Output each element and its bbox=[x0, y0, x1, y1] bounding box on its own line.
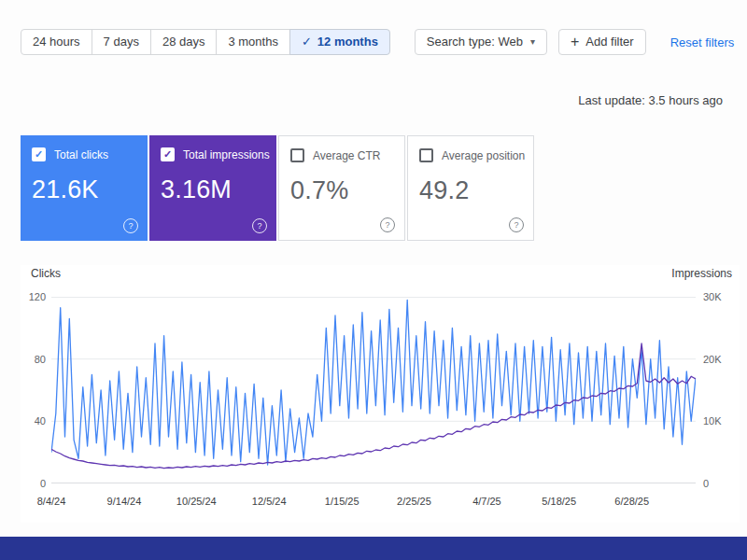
left-axis-ticks: 120 80 40 0 bbox=[21, 297, 46, 483]
date-range-selector: 24 hours 7 days 28 days 3 months ✓12 mon… bbox=[21, 29, 390, 55]
last-update-text: Last update: 3.5 hours ago bbox=[578, 93, 723, 107]
footer-bar bbox=[0, 537, 747, 560]
add-filter-button[interactable]: + Add filter bbox=[558, 29, 646, 55]
x-axis-label: 1/15/25 bbox=[325, 496, 359, 507]
check-icon: ✓ bbox=[302, 35, 312, 49]
axis-tick-label: 0 bbox=[703, 478, 709, 489]
date-range-12-months-selected[interactable]: ✓12 months bbox=[289, 29, 390, 55]
total-impressions-value: 3.16M bbox=[161, 175, 265, 204]
help-icon[interactable]: ? bbox=[252, 218, 267, 233]
average-position-value: 49.2 bbox=[419, 176, 522, 205]
axis-tick-label: 30K bbox=[703, 291, 722, 302]
x-axis-labels: 8/4/249/14/2410/25/2412/5/241/15/252/25/… bbox=[51, 496, 696, 511]
checkbox-unchecked-icon[interactable] bbox=[290, 148, 304, 162]
search-type-dropdown[interactable]: Search type: Web ▾ bbox=[415, 29, 547, 55]
date-range-28-days[interactable]: 28 days bbox=[150, 29, 218, 55]
x-axis-label: 9/14/24 bbox=[107, 496, 142, 507]
clicks-series-line bbox=[51, 300, 696, 465]
x-axis-label: 5/18/25 bbox=[542, 496, 576, 507]
total-impressions-label: Total impressions bbox=[183, 148, 270, 161]
total-impressions-card[interactable]: ✓ Total impressions 3.16M ? bbox=[149, 135, 276, 241]
checkbox-checked-icon[interactable]: ✓ bbox=[32, 147, 46, 161]
chart-plot-area[interactable] bbox=[51, 297, 696, 483]
checkbox-unchecked-icon[interactable] bbox=[419, 148, 433, 162]
average-ctr-label: Average CTR bbox=[313, 149, 380, 162]
total-clicks-card[interactable]: ✓ Total clicks 21.6K ? bbox=[21, 135, 148, 241]
filter-bar: 24 hours 7 days 28 days 3 months ✓12 mon… bbox=[21, 29, 734, 55]
x-axis-label: 6/28/25 bbox=[614, 496, 649, 507]
chevron-down-icon: ▾ bbox=[530, 30, 535, 54]
chart-canvas bbox=[51, 297, 696, 483]
average-ctr-card[interactable]: Average CTR 0.7% ? bbox=[278, 135, 405, 241]
checkbox-checked-icon[interactable]: ✓ bbox=[161, 147, 175, 161]
add-filter-label: Add filter bbox=[585, 30, 633, 54]
average-position-label: Average position bbox=[442, 149, 525, 162]
axis-tick-label: 120 bbox=[29, 291, 46, 302]
search-console-performance-page: 24 hours 7 days 28 days 3 months ✓12 mon… bbox=[0, 0, 747, 560]
axis-tick-label: 20K bbox=[703, 354, 722, 365]
date-range-3-months[interactable]: 3 months bbox=[216, 29, 289, 55]
left-axis-title: Clicks bbox=[31, 267, 61, 280]
axis-tick-label: 40 bbox=[35, 415, 46, 427]
axis-tick-label: 10K bbox=[703, 415, 722, 427]
help-icon[interactable]: ? bbox=[509, 217, 524, 232]
x-axis-label: 4/7/25 bbox=[472, 496, 501, 507]
x-axis-label: 2/25/25 bbox=[397, 496, 431, 507]
search-type-label: Search type: Web bbox=[427, 30, 523, 54]
metric-cards: ✓ Total clicks 21.6K ? ✓ Total impressio… bbox=[21, 135, 534, 241]
performance-chart: Clicks Impressions 120 80 40 0 30K 20K 1… bbox=[21, 265, 740, 523]
date-range-12-months-label: 12 months bbox=[317, 35, 378, 49]
date-range-7-days[interactable]: 7 days bbox=[92, 29, 151, 55]
average-ctr-value: 0.7% bbox=[290, 176, 393, 205]
axis-tick-label: 0 bbox=[40, 478, 46, 489]
reset-filters-link[interactable]: Reset filters bbox=[670, 35, 735, 49]
right-axis-title: Impressions bbox=[671, 267, 732, 280]
right-axis-ticks: 30K 20K 10K 0 bbox=[703, 297, 739, 483]
help-icon[interactable]: ? bbox=[380, 217, 395, 232]
total-clicks-value: 21.6K bbox=[32, 175, 136, 204]
average-position-card[interactable]: Average position 49.2 ? bbox=[407, 135, 534, 241]
date-range-24-hours[interactable]: 24 hours bbox=[21, 29, 92, 55]
x-axis-label: 8/4/24 bbox=[37, 496, 66, 507]
help-icon[interactable]: ? bbox=[123, 218, 138, 233]
total-clicks-label: Total clicks bbox=[54, 148, 108, 161]
axis-tick-label: 80 bbox=[35, 354, 46, 365]
x-axis-label: 10/25/24 bbox=[176, 496, 217, 507]
plus-icon: + bbox=[571, 30, 579, 54]
x-axis-label: 12/5/24 bbox=[252, 496, 287, 507]
